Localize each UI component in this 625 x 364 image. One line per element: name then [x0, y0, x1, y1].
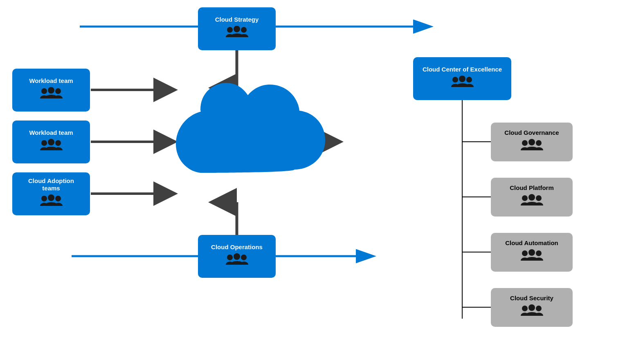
- cloud-automation-label: Cloud Automation: [505, 239, 558, 247]
- cloud-strategy-icon: [226, 26, 248, 42]
- svg-point-10: [48, 87, 54, 94]
- svg-point-9: [41, 88, 47, 94]
- svg-point-18: [227, 255, 233, 260]
- svg-point-17: [55, 196, 61, 201]
- workload-team-1-label: Workload team: [29, 77, 73, 85]
- svg-point-26: [536, 140, 542, 146]
- svg-point-12: [41, 140, 47, 146]
- svg-point-13: [48, 139, 54, 145]
- cloud-adoption-icon: [40, 194, 63, 211]
- svg-point-33: [522, 306, 528, 311]
- svg-point-30: [522, 250, 528, 256]
- svg-point-11: [55, 88, 61, 94]
- cloud-platform-label: Cloud Platform: [510, 184, 554, 192]
- cloud-platform-icon: [521, 194, 543, 210]
- cloud-operations-icon: [226, 253, 248, 270]
- svg-point-27: [522, 195, 528, 201]
- cloud-coe-label: Cloud Center of Excellence: [423, 66, 502, 73]
- cloud-security-icon: [521, 304, 543, 321]
- svg-point-6: [227, 27, 233, 33]
- svg-point-25: [528, 139, 535, 145]
- cloud-strategy-label: Cloud Strategy: [215, 16, 259, 23]
- workload-team-2-icon: [40, 139, 63, 155]
- cloud-automation-icon: [521, 249, 543, 266]
- svg-point-35: [536, 306, 542, 311]
- workload-team-2-box: Workload team: [12, 121, 90, 163]
- cloud-coe-box: Cloud Center of Excellence: [413, 57, 511, 100]
- workload-team-1-box: Workload team: [12, 69, 90, 112]
- svg-point-15: [41, 196, 47, 201]
- svg-point-16: [48, 194, 54, 201]
- svg-point-28: [528, 194, 535, 201]
- diagram-container: Cloud Strategy Workload team: [0, 0, 625, 364]
- svg-point-21: [452, 77, 458, 83]
- svg-point-23: [466, 77, 472, 83]
- cloud-operations-box: Cloud Operations: [198, 235, 276, 278]
- cloud-strategy-box: Cloud Strategy: [198, 7, 276, 50]
- svg-point-31: [528, 249, 535, 256]
- cloud-automation-box: Cloud Automation: [491, 233, 573, 272]
- svg-point-34: [528, 304, 535, 311]
- svg-point-24: [522, 140, 528, 146]
- cloud-adoption-label: Cloud Adoption teams: [19, 177, 83, 192]
- cloud-operations-label: Cloud Operations: [211, 243, 263, 251]
- svg-point-7: [234, 26, 240, 32]
- svg-point-8: [241, 27, 247, 33]
- workload-team-1-icon: [40, 87, 63, 103]
- svg-point-32: [536, 250, 542, 256]
- cloud-security-box: Cloud Security: [491, 288, 573, 327]
- cloud-governance-label: Cloud Governance: [504, 129, 559, 136]
- svg-point-20: [241, 255, 247, 260]
- svg-point-14: [55, 140, 61, 146]
- cloud-shape: [155, 80, 331, 202]
- svg-point-22: [459, 76, 465, 82]
- cloud-coe-icon: [451, 76, 474, 92]
- cloud-adoption-box: Cloud Adoption teams: [12, 172, 90, 215]
- cloud-governance-icon: [521, 139, 543, 155]
- cloud-security-label: Cloud Security: [510, 295, 553, 302]
- cloud-governance-box: Cloud Governance: [491, 123, 573, 161]
- cloud-platform-box: Cloud Platform: [491, 178, 573, 217]
- svg-point-29: [536, 195, 542, 201]
- workload-team-2-label: Workload team: [29, 129, 73, 136]
- svg-point-19: [234, 253, 240, 260]
